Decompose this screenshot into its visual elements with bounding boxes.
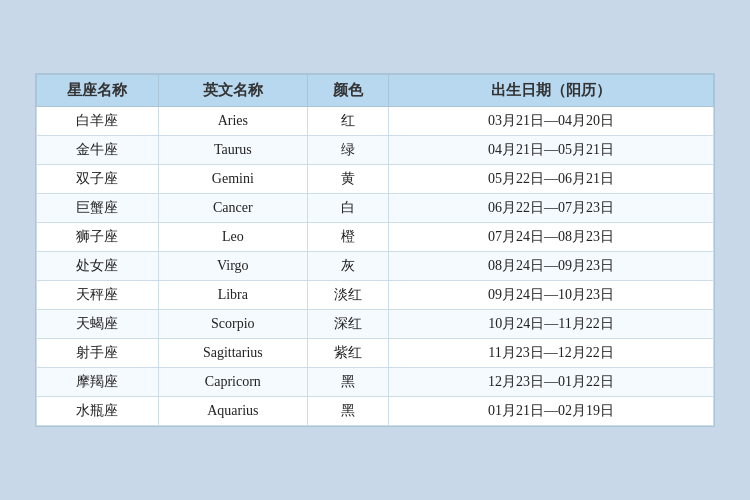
cell-zh: 狮子座 — [37, 223, 159, 252]
table-row: 双子座Gemini黄05月22日—06月21日 — [37, 165, 714, 194]
cell-en: Cancer — [158, 194, 307, 223]
cell-en: Libra — [158, 281, 307, 310]
cell-zh: 天秤座 — [37, 281, 159, 310]
cell-color: 深红 — [307, 310, 388, 339]
cell-zh: 处女座 — [37, 252, 159, 281]
zodiac-table: 星座名称 英文名称 颜色 出生日期（阳历） 白羊座Aries红03月21日—04… — [36, 74, 714, 426]
cell-color: 黄 — [307, 165, 388, 194]
cell-color: 灰 — [307, 252, 388, 281]
cell-zh: 射手座 — [37, 339, 159, 368]
table-row: 射手座Sagittarius紫红11月23日—12月22日 — [37, 339, 714, 368]
cell-en: Scorpio — [158, 310, 307, 339]
cell-en: Virgo — [158, 252, 307, 281]
cell-color: 黑 — [307, 368, 388, 397]
cell-color: 淡红 — [307, 281, 388, 310]
cell-en: Sagittarius — [158, 339, 307, 368]
table-row: 水瓶座Aquarius黑01月21日—02月19日 — [37, 397, 714, 426]
cell-date: 08月24日—09月23日 — [389, 252, 714, 281]
table-body: 白羊座Aries红03月21日—04月20日金牛座Taurus绿04月21日—0… — [37, 107, 714, 426]
cell-color: 白 — [307, 194, 388, 223]
cell-date: 12月23日—01月22日 — [389, 368, 714, 397]
header-date: 出生日期（阳历） — [389, 75, 714, 107]
cell-date: 01月21日—02月19日 — [389, 397, 714, 426]
cell-zh: 水瓶座 — [37, 397, 159, 426]
cell-color: 绿 — [307, 136, 388, 165]
table-header-row: 星座名称 英文名称 颜色 出生日期（阳历） — [37, 75, 714, 107]
cell-en: Aries — [158, 107, 307, 136]
cell-zh: 巨蟹座 — [37, 194, 159, 223]
cell-date: 07月24日—08月23日 — [389, 223, 714, 252]
cell-date: 04月21日—05月21日 — [389, 136, 714, 165]
table-row: 狮子座Leo橙07月24日—08月23日 — [37, 223, 714, 252]
zodiac-table-wrapper: 星座名称 英文名称 颜色 出生日期（阳历） 白羊座Aries红03月21日—04… — [35, 73, 715, 427]
table-row: 金牛座Taurus绿04月21日—05月21日 — [37, 136, 714, 165]
cell-zh: 摩羯座 — [37, 368, 159, 397]
cell-date: 05月22日—06月21日 — [389, 165, 714, 194]
cell-en: Leo — [158, 223, 307, 252]
table-row: 巨蟹座Cancer白06月22日—07月23日 — [37, 194, 714, 223]
cell-en: Taurus — [158, 136, 307, 165]
table-row: 白羊座Aries红03月21日—04月20日 — [37, 107, 714, 136]
cell-color: 橙 — [307, 223, 388, 252]
table-row: 摩羯座Capricorn黑12月23日—01月22日 — [37, 368, 714, 397]
cell-date: 03月21日—04月20日 — [389, 107, 714, 136]
cell-zh: 天蝎座 — [37, 310, 159, 339]
cell-zh: 双子座 — [37, 165, 159, 194]
cell-date: 06月22日—07月23日 — [389, 194, 714, 223]
cell-date: 11月23日—12月22日 — [389, 339, 714, 368]
cell-color: 红 — [307, 107, 388, 136]
cell-color: 紫红 — [307, 339, 388, 368]
cell-zh: 白羊座 — [37, 107, 159, 136]
cell-date: 10月24日—11月22日 — [389, 310, 714, 339]
header-color: 颜色 — [307, 75, 388, 107]
table-row: 处女座Virgo灰08月24日—09月23日 — [37, 252, 714, 281]
cell-en: Aquarius — [158, 397, 307, 426]
cell-en: Capricorn — [158, 368, 307, 397]
cell-zh: 金牛座 — [37, 136, 159, 165]
cell-en: Gemini — [158, 165, 307, 194]
table-row: 天秤座Libra淡红09月24日—10月23日 — [37, 281, 714, 310]
cell-date: 09月24日—10月23日 — [389, 281, 714, 310]
header-en: 英文名称 — [158, 75, 307, 107]
cell-color: 黑 — [307, 397, 388, 426]
table-row: 天蝎座Scorpio深红10月24日—11月22日 — [37, 310, 714, 339]
header-zh: 星座名称 — [37, 75, 159, 107]
